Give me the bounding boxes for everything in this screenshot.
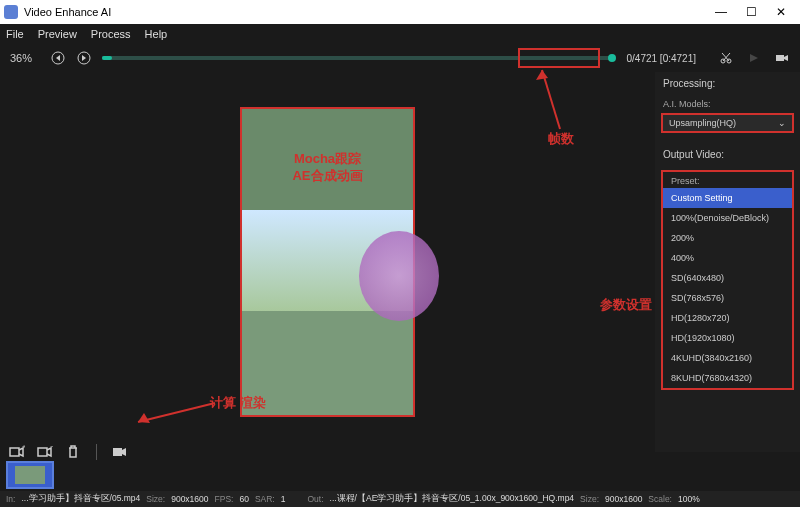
- preset-list: Preset: Custom Setting 100%(Denoise/DeBl…: [661, 170, 794, 390]
- output-header: Output Video:: [655, 143, 800, 166]
- menubar: File Preview Process Help: [0, 24, 800, 44]
- menu-file[interactable]: File: [6, 28, 24, 40]
- app-title: Video Enhance AI: [24, 6, 111, 18]
- sb-scale-val: 100%: [678, 494, 700, 504]
- svg-rect-7: [38, 448, 47, 456]
- maximize-button[interactable]: ☐: [736, 5, 766, 19]
- sb-in-label: In:: [6, 494, 15, 504]
- preset-item[interactable]: SD(640x480): [663, 268, 792, 288]
- overlay-line1: Mocha跟踪: [242, 151, 413, 168]
- preset-item[interactable]: HD(1920x1080): [663, 328, 792, 348]
- preset-item[interactable]: 4KUHD(3840x2160): [663, 348, 792, 368]
- titlebar: Video Enhance AI — ☐ ✕: [0, 0, 800, 24]
- preset-item[interactable]: SD(768x576): [663, 288, 792, 308]
- model-dropdown[interactable]: Upsampling(HQ) ⌄: [661, 113, 794, 133]
- svg-text:+: +: [22, 445, 25, 450]
- sb-size2-val: 900x1600: [605, 494, 642, 504]
- preset-item[interactable]: 8KUHD(7680x4320): [663, 368, 792, 388]
- sb-out-val: ...课程/【AE学习助手】抖音专区/05_1.00x_900x1600_HQ.…: [330, 493, 575, 505]
- menu-process[interactable]: Process: [91, 28, 131, 40]
- sb-sar-val: 1: [281, 494, 286, 504]
- svg-text:−: −: [50, 445, 53, 450]
- svg-rect-4: [776, 55, 784, 61]
- models-label: A.I. Models:: [655, 95, 800, 111]
- sb-sar-label: SAR:: [255, 494, 275, 504]
- menu-preview[interactable]: Preview: [38, 28, 77, 40]
- camera-minus-icon[interactable]: −: [36, 443, 54, 461]
- camera-icon[interactable]: [774, 50, 790, 66]
- processing-header: Processing:: [655, 72, 800, 95]
- minimize-button[interactable]: —: [706, 5, 736, 19]
- control-bar: 36% 0/4721 [0:4721]: [0, 44, 800, 72]
- preset-item[interactable]: 400%: [663, 248, 792, 268]
- side-panel: Processing: A.I. Models: Upsampling(HQ) …: [655, 72, 800, 452]
- thumbnail-strip: [6, 461, 54, 489]
- close-button[interactable]: ✕: [766, 5, 796, 19]
- sb-in-val: ...学习助手】抖音专区/05.mp4: [21, 493, 140, 505]
- overlay-line2: AE合成动画: [242, 168, 413, 185]
- sb-out-label: Out:: [307, 494, 323, 504]
- sb-size2-label: Size:: [580, 494, 599, 504]
- cut-icon[interactable]: [718, 50, 734, 66]
- sb-size1-val: 900x1600: [171, 494, 208, 504]
- chevron-down-icon: ⌄: [778, 118, 786, 128]
- divider: [96, 444, 97, 460]
- sb-fps-label: FPS:: [215, 494, 234, 504]
- menu-help[interactable]: Help: [145, 28, 168, 40]
- preset-item[interactable]: 100%(Denoise/DeBlock): [663, 208, 792, 228]
- frame-counter: 0/4721 [0:4721]: [622, 51, 700, 66]
- next-frame-button[interactable]: [76, 50, 92, 66]
- app-logo-icon: [4, 5, 18, 19]
- clip-thumbnail[interactable]: [6, 461, 54, 489]
- model-selected: Upsampling(HQ): [669, 118, 736, 128]
- video-preview: Mocha跟踪 AE合成动画: [240, 107, 415, 417]
- preset-item[interactable]: HD(1280x720): [663, 308, 792, 328]
- zoom-percent[interactable]: 36%: [10, 52, 40, 64]
- svg-rect-9: [113, 448, 122, 456]
- sb-size1-label: Size:: [146, 494, 165, 504]
- export-icon[interactable]: [746, 50, 762, 66]
- svg-rect-5: [10, 448, 19, 456]
- sb-scale-label: Scale:: [648, 494, 672, 504]
- status-bar: In: ...学习助手】抖音专区/05.mp4 Size: 900x1600 F…: [0, 491, 800, 507]
- preset-item[interactable]: 200%: [663, 228, 792, 248]
- preset-label: Preset:: [663, 172, 792, 188]
- trash-icon[interactable]: [64, 443, 82, 461]
- main-area: Mocha跟踪 AE合成动画 Processing: A.I. Models: …: [0, 72, 800, 452]
- preset-item[interactable]: Custom Setting: [663, 188, 792, 208]
- prev-frame-button[interactable]: [50, 50, 66, 66]
- sb-fps-val: 60: [239, 494, 248, 504]
- timeline-slider[interactable]: [102, 56, 612, 60]
- render-button[interactable]: [111, 443, 129, 461]
- preview-area[interactable]: Mocha跟踪 AE合成动画: [0, 72, 655, 452]
- camera-plus-icon[interactable]: +: [8, 443, 26, 461]
